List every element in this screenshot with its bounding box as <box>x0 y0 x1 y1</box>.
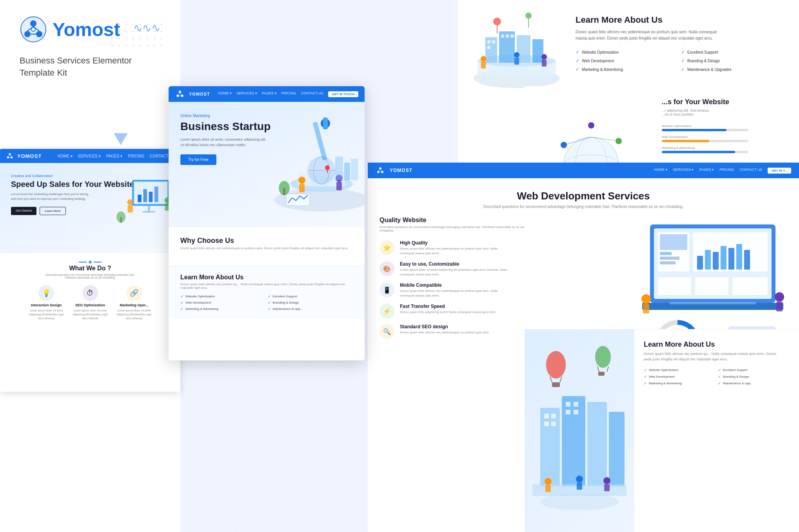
svg-point-7 <box>31 27 35 31</box>
nav-pricing: PRICING <box>128 154 144 158</box>
svg-rect-122 <box>658 277 691 295</box>
lf-marketing: ✓ Marketing & Advertising <box>644 381 715 385</box>
svg-rect-63 <box>492 40 495 43</box>
svg-rect-64 <box>487 46 490 49</box>
learn-features-list: ✓ Website Optimization ✓ Excellent Suppo… <box>180 294 353 311</box>
svg-rect-171 <box>604 484 610 491</box>
svg-rect-67 <box>510 34 514 38</box>
svg-point-129 <box>775 292 784 302</box>
check-icon-mu: ✓ <box>681 67 685 72</box>
get-started-button[interactable]: Get Started <box>11 207 36 215</box>
check-icon-3: ✓ <box>180 300 183 305</box>
svg-rect-167 <box>545 485 551 492</box>
seo-quality-text: Standard SEO design Donec quam felis ult… <box>400 324 490 335</box>
svg-point-68 <box>493 18 501 25</box>
interaction-design-desc: Lorem ipsum dolor sit amet adipiscing el… <box>27 309 66 320</box>
progress-label-2: Web Development <box>662 135 787 139</box>
mobile-text: Mobile Compatible Donec quam felis ultri… <box>400 282 510 298</box>
svg-point-8 <box>9 153 11 155</box>
svg-rect-110 <box>660 234 687 250</box>
feature-web-development: ✓ Web Development <box>576 58 678 63</box>
main-nav-cta[interactable]: GET IN TOUCH <box>328 91 358 97</box>
marketing-desc: Lorem ipsum dolor sit amet adipiscing el… <box>114 309 154 320</box>
svg-rect-120 <box>736 244 742 270</box>
card-marketing: 🔗 Marketing Oper... Lorem ipsum dolor si… <box>114 285 154 320</box>
svg-rect-128 <box>643 304 649 313</box>
progress-fill-3 <box>662 151 735 153</box>
hero-section-main: Online Marketing Business Startup Lorem … <box>169 102 365 227</box>
lf-web-dev: ✓ Web Development <box>644 375 715 379</box>
svg-rect-164 <box>598 372 605 376</box>
learn-bottom-content: Learn More About Us Donec quam felis ult… <box>525 329 799 532</box>
feature-support: ✓ Excellent Support <box>268 294 353 299</box>
seo-quality-desc: Donec quam felis ultrices nec pellentesq… <box>400 330 490 335</box>
feature-mobile-compat: 📱 Mobile Compatible Donec quam felis ult… <box>380 282 630 298</box>
svg-line-104 <box>378 170 380 171</box>
feature-fast-speed: ⚡ Fast Transfer Speed Donec quam felis a… <box>380 304 630 318</box>
svg-rect-144 <box>540 408 560 486</box>
mobile-desc: Donec quam felis ultrices nec pellentesq… <box>400 289 510 298</box>
main-nav-home: HOME ▾ <box>218 91 232 97</box>
svg-rect-19 <box>154 186 158 202</box>
feature-website-opt: ✓ Website Optimization <box>180 294 266 299</box>
svg-rect-61 <box>532 39 543 63</box>
svg-rect-124 <box>732 277 768 295</box>
what-we-do-section: What We Do ? Described questions for rec… <box>0 253 180 328</box>
webdev-brand: YOMOST <box>390 168 412 173</box>
svg-point-28 <box>179 90 181 93</box>
svg-rect-53 <box>344 163 350 180</box>
svg-line-163 <box>607 367 608 372</box>
seo-label: SEO Optimization <box>71 303 110 307</box>
svg-rect-20 <box>148 206 150 212</box>
bottom-learn-desc: Donec quam felis ultrices nec pretium qu… <box>180 282 353 290</box>
webdev-title: Web Development Services <box>380 190 787 202</box>
svg-point-87 <box>588 122 594 128</box>
small-browser-logo <box>5 152 14 160</box>
svg-rect-75 <box>542 60 547 67</box>
check-icon-bd: ✓ <box>681 58 685 63</box>
webdev-nav: HOME ▾ SERVICES ▾ PAGES ▾ PRICING CONTAC… <box>654 168 791 174</box>
speed-title: Fast Transfer Speed <box>400 304 496 309</box>
seo-icon: ⏱ <box>82 285 98 301</box>
svg-rect-52 <box>335 157 343 180</box>
svg-rect-155 <box>574 410 578 414</box>
main-browser-logo <box>175 89 185 99</box>
browser-bar-small: YOMOST HOME ▾ SERVICES ▾ PAGES ▾ PRICING… <box>0 149 180 163</box>
main-nav-contact: CONTACT US <box>301 91 323 97</box>
svg-point-101 <box>379 167 381 169</box>
customizable-icon: 🎨 <box>380 261 394 276</box>
nav-services: SERVICES ▾ <box>78 154 101 158</box>
brand-tagline: Business Services Elementor Template Kit <box>20 55 161 79</box>
lf-check-3: ✓ <box>644 375 647 379</box>
high-quality-title: High Quality <box>400 240 510 246</box>
seo-quality-title: Standard SEO design <box>400 324 490 329</box>
about-illustration <box>466 6 568 92</box>
high-quality-text: High Quality Donec quam felis ultrices n… <box>400 240 510 256</box>
speed-icon: ⚡ <box>380 304 394 318</box>
feature-marketing: ✓ Marketing & Advertising <box>180 307 266 311</box>
svg-rect-153 <box>574 402 578 407</box>
try-free-button[interactable]: Try for Free <box>180 154 216 165</box>
learn-illustration <box>525 329 634 532</box>
wave-decoration: ∿∿∿ <box>133 22 160 34</box>
progress-label-1: Website Optimization <box>662 124 787 128</box>
svg-rect-58 <box>485 37 497 63</box>
wd-nav-cta[interactable]: GET IN T... <box>768 168 791 174</box>
small-browser-nav: HOME ▾ SERVICES ▾ PAGES ▾ PRICING CONTAC… <box>58 154 175 158</box>
speed-text: Fast Transfer Speed Donec quam felis adi… <box>400 304 496 315</box>
why-choose-section: Why Choose Us Donec quam felis ultrices … <box>169 227 365 266</box>
svg-rect-66 <box>506 34 509 38</box>
high-quality-desc: Donec quam felis ultrices nec pellentesq… <box>400 246 510 256</box>
lf-website-opt: ✓ Website Optimization <box>644 368 715 372</box>
learn-more-button[interactable]: Learn More <box>40 207 66 215</box>
about-features-grid: ✓ Website Optimization ✓ Excellent Suppo… <box>576 49 783 72</box>
svg-point-76 <box>514 52 519 58</box>
svg-rect-150 <box>544 422 549 426</box>
nav-home: HOME ▾ <box>58 154 73 158</box>
lf-check-5: ✓ <box>644 381 647 385</box>
main-browser-nav: HOME ▾ SERVICES ▾ PAGES ▾ PRICING CONTAC… <box>218 91 358 97</box>
feature-high-quality: ⭐ High Quality Donec quam felis ultrices… <box>380 240 630 256</box>
learn-more-title: Learn More About Us <box>644 340 790 349</box>
services-title: ...s for Your Website <box>662 98 787 106</box>
lf-maintenance: ✓ Maintenance & Upp... <box>718 381 790 385</box>
